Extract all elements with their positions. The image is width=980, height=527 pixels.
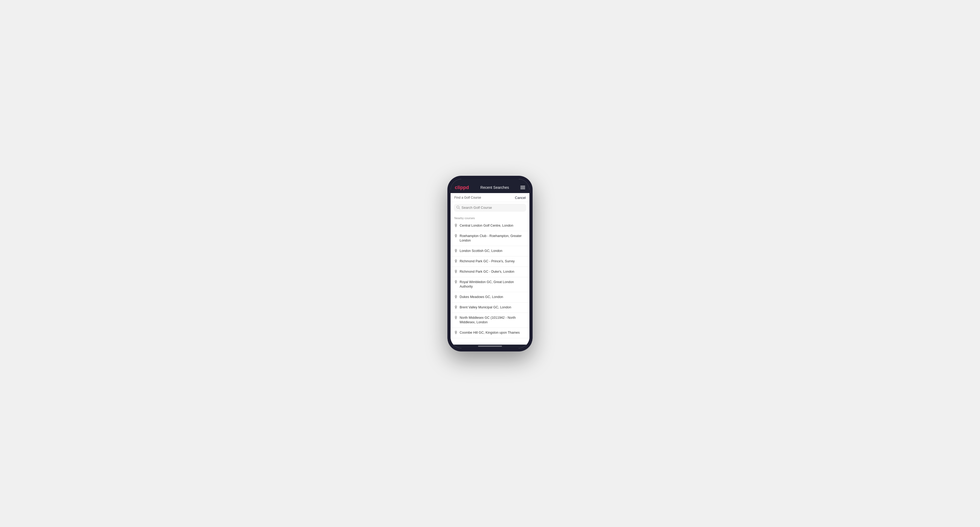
location-pin-icon <box>454 316 458 321</box>
home-indicator <box>450 344 530 348</box>
list-item[interactable]: Dukes Meadows GC, London <box>450 292 530 303</box>
svg-point-10 <box>456 316 457 317</box>
course-name: Central London Golf Centre, London <box>460 224 514 228</box>
list-item[interactable]: Richmond Park GC - Prince's, Surrey <box>450 256 530 267</box>
app-header: clippd Recent Searches <box>450 183 530 193</box>
search-input-box <box>454 204 526 212</box>
status-bar <box>450 179 530 183</box>
course-name: Richmond Park GC - Prince's, Surrey <box>460 259 515 264</box>
course-name: Royal Wimbledon GC, Great London Authori… <box>460 280 526 289</box>
svg-point-9 <box>456 306 457 307</box>
svg-point-2 <box>456 224 457 225</box>
find-label: Find a Golf Course <box>454 196 481 200</box>
svg-point-6 <box>456 270 457 271</box>
svg-point-8 <box>456 295 457 296</box>
location-pin-icon <box>454 224 458 228</box>
svg-point-11 <box>456 331 457 332</box>
search-input[interactable] <box>461 206 523 210</box>
svg-point-0 <box>457 206 459 208</box>
course-name: Dukes Meadows GC, London <box>460 295 503 300</box>
page-title: Recent Searches <box>480 185 509 190</box>
list-item[interactable]: Richmond Park GC - Duke's, London <box>450 267 530 277</box>
list-item[interactable]: Central London Golf Centre, London <box>450 221 530 231</box>
menu-line-3 <box>520 189 525 189</box>
svg-point-7 <box>456 281 457 281</box>
search-icon <box>457 206 460 210</box>
course-name: Brent Valley Municipal GC, London <box>460 305 511 310</box>
search-header: Find a Golf Course Cancel <box>450 193 530 202</box>
course-items-container: Central London Golf Centre, London Roeha… <box>450 221 530 338</box>
home-bar <box>478 346 502 347</box>
svg-point-4 <box>456 249 457 250</box>
location-pin-icon <box>454 270 458 274</box>
list-item[interactable]: Roehampton Club - Roehampton, Greater Lo… <box>450 231 530 246</box>
location-pin-icon <box>454 249 458 254</box>
app-logo: clippd <box>455 185 469 190</box>
location-pin-icon <box>454 234 458 239</box>
menu-line-1 <box>520 186 525 186</box>
list-item[interactable]: Brent Valley Municipal GC, London <box>450 303 530 313</box>
svg-point-5 <box>456 260 457 261</box>
courses-list: Nearby courses Central London Golf Centr… <box>450 214 530 344</box>
list-item[interactable]: Royal Wimbledon GC, Great London Authori… <box>450 277 530 292</box>
location-pin-icon <box>454 280 458 285</box>
list-item[interactable]: Coombe Hill GC, Kingston upon Thames <box>450 328 530 338</box>
svg-point-3 <box>456 235 457 235</box>
nearby-section-label: Nearby courses <box>450 214 530 221</box>
location-pin-icon <box>454 331 458 335</box>
list-item[interactable]: North Middlesex GC (1011942 - North Midd… <box>450 313 530 328</box>
course-name: Roehampton Club - Roehampton, Greater Lo… <box>460 234 526 243</box>
cancel-button[interactable]: Cancel <box>515 196 526 200</box>
location-pin-icon <box>454 259 458 264</box>
course-name: Coombe Hill GC, Kingston upon Thames <box>460 330 520 335</box>
menu-button[interactable] <box>520 186 525 189</box>
course-name: North Middlesex GC (1011942 - North Midd… <box>460 316 526 325</box>
menu-line-2 <box>520 187 525 188</box>
location-pin-icon <box>454 305 458 310</box>
course-name: London Scottish GC, London <box>460 249 503 254</box>
svg-line-1 <box>459 208 460 209</box>
location-pin-icon <box>454 295 458 300</box>
phone-device: clippd Recent Searches Find a Golf Cours… <box>447 176 533 351</box>
phone-screen: clippd Recent Searches Find a Golf Cours… <box>450 179 530 348</box>
list-item[interactable]: London Scottish GC, London <box>450 246 530 256</box>
search-input-wrapper <box>450 202 530 214</box>
course-name: Richmond Park GC - Duke's, London <box>460 270 514 274</box>
